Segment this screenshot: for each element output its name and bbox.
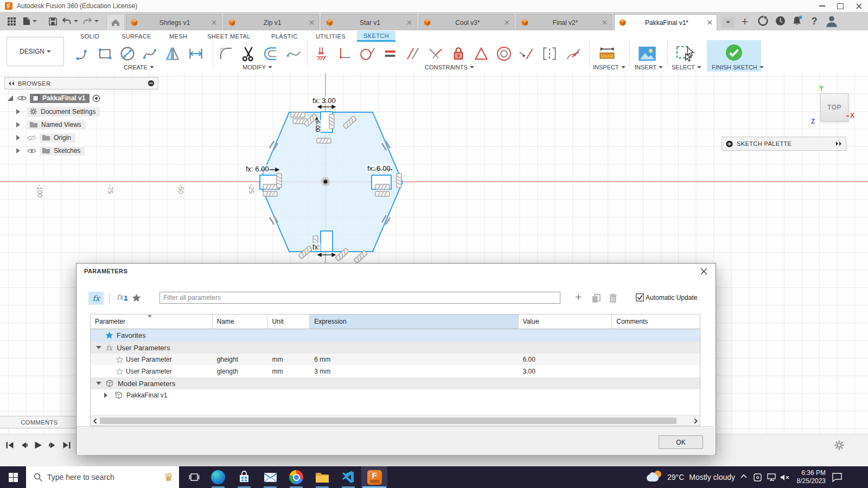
column-header-parameter[interactable]: Parameter <box>91 314 213 329</box>
create-dimension-icon[interactable] <box>184 42 207 65</box>
insert-group-label[interactable]: INSERT <box>635 64 663 70</box>
delete-parameter-icon[interactable] <box>609 293 617 303</box>
ribbon-tab-sketch[interactable]: SKETCH <box>357 31 395 42</box>
constraint-horizontal-vertical-icon[interactable] <box>310 42 333 65</box>
add-parameter-button[interactable]: + <box>575 291 582 304</box>
column-header-name[interactable]: Name <box>213 314 268 329</box>
visibility-off-eye-icon[interactable] <box>27 134 36 142</box>
extensions-icon[interactable] <box>757 15 769 27</box>
constraint-coincident-icon[interactable] <box>424 42 447 65</box>
constraint-tangent-icon[interactable] <box>356 42 379 65</box>
inspect-measure-icon[interactable] <box>596 42 618 65</box>
collapse-group-icon[interactable] <box>96 346 101 352</box>
document-tab-active[interactable]: PakkaFinal v1* <box>614 14 717 30</box>
dimension-bottom[interactable]: fx: <box>312 243 321 251</box>
constraint-equal-icon[interactable] <box>379 42 401 65</box>
timeline-step-back-icon[interactable] <box>20 441 28 450</box>
dimension-top[interactable]: fx: 3.00 <box>312 97 336 105</box>
document-tab[interactable]: Star v1 <box>321 14 417 30</box>
column-header-comments[interactable]: Comments <box>612 314 700 329</box>
dialog-close-icon[interactable] <box>700 268 707 275</box>
search-highlight-crown-icon[interactable]: ♛ <box>164 471 174 484</box>
taskbar-clock[interactable]: 6:36 PM 8/25/2023 <box>791 469 826 485</box>
scroll-left-icon[interactable] <box>93 419 97 423</box>
timeline-step-forward-icon[interactable] <box>48 441 56 450</box>
expand-palette-icon[interactable] <box>726 140 733 147</box>
checkbox-checked-icon[interactable] <box>636 293 644 301</box>
collapse-group-icon[interactable] <box>96 382 101 388</box>
column-header-expression[interactable]: Expression <box>310 314 518 329</box>
ribbon-tab-solid[interactable]: SOLID <box>74 31 106 42</box>
close-tab-icon[interactable] <box>505 20 509 25</box>
start-button[interactable] <box>0 466 26 488</box>
inspect-group-label[interactable]: INSPECT <box>593 64 626 70</box>
visibility-eye-icon[interactable] <box>17 95 27 101</box>
select-group-label[interactable]: SELECT <box>672 64 701 70</box>
expand-closed-icon[interactable] <box>16 122 23 127</box>
new-tab-icon[interactable]: + <box>738 14 752 29</box>
browser-item-document-settings[interactable]: Document Settings <box>16 106 100 117</box>
tab-list-dropdown[interactable] <box>722 16 735 28</box>
expand-closed-icon[interactable] <box>16 135 23 140</box>
horizontal-scrollbar[interactable] <box>91 415 700 426</box>
automatic-update-checkbox[interactable]: Automatic Update <box>636 293 697 301</box>
favorite-toggle-star-icon[interactable] <box>116 356 123 363</box>
redo-icon[interactable] <box>82 14 99 29</box>
collapse-panel-icon[interactable] <box>8 81 15 86</box>
weather-widget[interactable]: 29°C Mostly cloudy <box>647 466 735 488</box>
constraint-concentric-icon[interactable] <box>493 42 515 65</box>
close-button[interactable] <box>850 1 868 12</box>
create-rectangle-icon[interactable] <box>94 42 117 65</box>
dock-right-icon[interactable] <box>835 141 842 146</box>
taskbar-search-box[interactable]: Type here to search ♛ <box>26 466 179 488</box>
ribbon-tab-surface[interactable]: SURFACE <box>115 31 158 42</box>
browser-item-origin[interactable]: Origin <box>16 132 75 143</box>
modify-curve-icon[interactable] <box>283 42 305 65</box>
ribbon-tab-mesh[interactable]: MESH <box>163 31 194 42</box>
finish-sketch-label[interactable]: FINISH SKETCH <box>712 64 764 70</box>
bottom-notch[interactable] <box>321 231 333 252</box>
dimension-right[interactable]: fx: 6.00 <box>367 164 391 172</box>
browser-root-item[interactable]: PakkaFinal v1 <box>30 94 90 103</box>
document-tab[interactable]: Shrlegs v1 <box>126 14 221 30</box>
modify-trim-icon[interactable] <box>237 42 260 65</box>
ribbon-tab-plastic[interactable]: PLASTIC <box>265 31 304 42</box>
parameter-name[interactable]: glength <box>213 368 268 375</box>
microsoft-store-icon[interactable] <box>231 466 257 488</box>
undo-icon[interactable] <box>62 14 78 29</box>
tray-screen-snip-icon[interactable] <box>753 473 762 482</box>
mail-icon[interactable] <box>257 466 283 488</box>
scrollbar-thumb[interactable] <box>100 418 676 424</box>
add-user-parameter-button[interactable]: fx <box>117 293 128 301</box>
model-parameters-group-row[interactable]: Model Parameters <box>91 377 700 389</box>
settings-gear-icon[interactable] <box>834 440 845 451</box>
finish-sketch-check-icon[interactable] <box>723 41 745 64</box>
ribbon-tab-sheet-metal[interactable]: SHEET METAL <box>201 31 257 42</box>
file-menu-icon[interactable] <box>22 14 38 29</box>
expand-open-icon[interactable] <box>8 95 13 101</box>
user-parameters-group-row[interactable]: fx User Parameters <box>91 342 700 354</box>
parameter-row[interactable]: User Parameter glength mm 3 mm 3.00 <box>91 365 700 377</box>
ok-button[interactable]: OK <box>659 435 703 449</box>
browser-header[interactable]: BROWSER <box>4 77 158 89</box>
browser-root-row[interactable]: PakkaFinal v1 <box>8 93 100 104</box>
timeline-go-to-start-icon[interactable] <box>5 441 15 450</box>
create-spline-icon[interactable] <box>138 42 161 65</box>
constraints-group-label[interactable]: CONSTRAINTS <box>425 64 474 70</box>
help-icon[interactable]: ? <box>809 14 820 28</box>
timeline-go-to-end-icon[interactable] <box>62 441 71 450</box>
copy-parameter-icon[interactable] <box>592 294 601 303</box>
activate-component-icon[interactable] <box>92 94 100 102</box>
home-view-button[interactable] <box>106 14 125 31</box>
maximize-button[interactable] <box>831 1 850 12</box>
tray-expand-chevron-icon[interactable] <box>740 473 748 480</box>
workspace-selector[interactable]: DESIGN <box>7 37 64 66</box>
comments-bar[interactable]: COMMENTS <box>0 416 79 428</box>
tray-volume-muted-icon[interactable] <box>780 473 790 481</box>
parameter-name[interactable]: gheight <box>213 356 268 363</box>
constraint-curvature-icon[interactable] <box>562 42 585 65</box>
expand-closed-icon[interactable] <box>104 393 110 398</box>
modify-offset-icon[interactable] <box>260 42 283 65</box>
visibility-eye-icon[interactable] <box>27 147 36 155</box>
hide-panel-icon[interactable] <box>148 80 155 87</box>
